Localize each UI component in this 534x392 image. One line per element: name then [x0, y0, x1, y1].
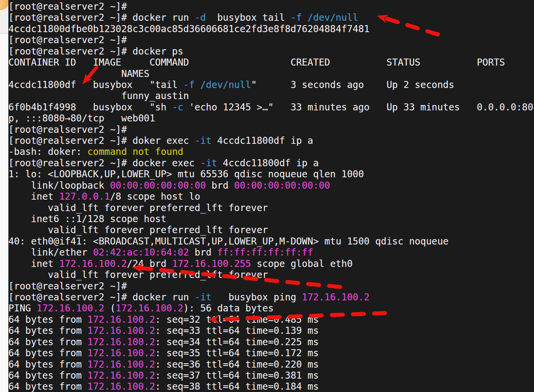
terminal-output[interactable]: [root@realserver2 ~]# [root@realserver2 …: [8, 1, 534, 392]
terminal-line: [root@realserver2 ~]# docker run -d busy…: [8, 12, 534, 23]
terminal-line: 64 bytes from 172.16.100.2: seq=38 ttl=6…: [8, 381, 534, 392]
terminal-line: [root@realserver2 ~]# doker exec -it 4cc…: [8, 135, 534, 146]
terminal-line: CONTAINER ID IMAGE COMMAND CREATED STATU…: [8, 57, 534, 68]
terminal-line: NAMES: [8, 68, 534, 79]
terminal-line: [root@realserver2 ~]#: [8, 124, 534, 135]
terminal-line: PING 172.16.100.2 (172.16.100.2): 56 dat…: [8, 303, 534, 314]
terminal-line: 64 bytes from 172.16.100.2: seq=32 ttl=6…: [8, 314, 534, 325]
terminal-line: 40: eth0@if41: <BROADCAST,MULTICAST,UP,L…: [8, 236, 534, 247]
left-window-edge: [0, 0, 8, 392]
screenshot-root: [root@realserver2 ~]# [root@realserver2 …: [0, 0, 534, 392]
terminal-line: [root@realserver2 ~]#: [8, 34, 534, 45]
terminal-line: inet 172.16.100.2/24 brd 172.16.100.255 …: [8, 258, 534, 269]
terminal-line: [root@realserver2 ~]#: [8, 281, 534, 292]
terminal-line: link/loopback 00:00:00:00:00:00 brd 00:0…: [8, 180, 534, 191]
terminal-line: 64 bytes from 172.16.100.2: seq=33 ttl=6…: [8, 325, 534, 336]
terminal-line: valid_lft forever preferred_lft forever: [8, 224, 534, 235]
terminal-line: 1: lo: <LOOPBACK,UP,LOWER_UP> mtu 65536 …: [8, 169, 534, 180]
terminal-line: link/ether 02:42:ac:10:64:02 brd ff:ff:f…: [8, 247, 534, 258]
terminal-line: 64 bytes from 172.16.100.2: seq=36 ttl=6…: [8, 359, 534, 370]
terminal-line: 4ccdc11800df busybox "tail -f /dev/null"…: [8, 79, 534, 90]
terminal-line: p, :::8080→80/tcp web001: [8, 113, 534, 124]
terminal-line: valid_lft forever preferred_lft forever: [8, 202, 534, 213]
terminal-line: 6f0b4b1f4998 busybox "sh -c 'echo 12345 …: [8, 102, 534, 113]
terminal-line: inet6 ::1/128 scope host: [8, 213, 534, 224]
terminal-line: inet 127.0.0.1/8 scope host lo: [8, 191, 534, 202]
terminal-line: [root@realserver2 ~]# docker run -it bus…: [8, 292, 534, 303]
terminal-line: 64 bytes from 172.16.100.2: seq=37 ttl=6…: [8, 370, 534, 381]
terminal-line: 64 bytes from 172.16.100.2: seq=34 ttl=6…: [8, 336, 534, 348]
terminal-line: [root@realserver2 ~]# docker exec -it 4c…: [8, 158, 534, 169]
terminal-line: funny_austin: [8, 90, 534, 101]
terminal-line: -bash: doker: command not found: [8, 146, 534, 157]
terminal-line: [root@realserver2 ~]#: [8, 1, 534, 12]
terminal-line: [root@realserver2 ~]# docker ps: [8, 46, 534, 57]
terminal-line: valid_lft forever preferred_lft forever: [8, 269, 534, 280]
terminal-line: 64 bytes from 172.16.100.2: seq=35 ttl=6…: [8, 348, 534, 359]
terminal-line: 4ccdc11800dfbe0b123028c3c00ac85d36606681…: [8, 23, 534, 34]
